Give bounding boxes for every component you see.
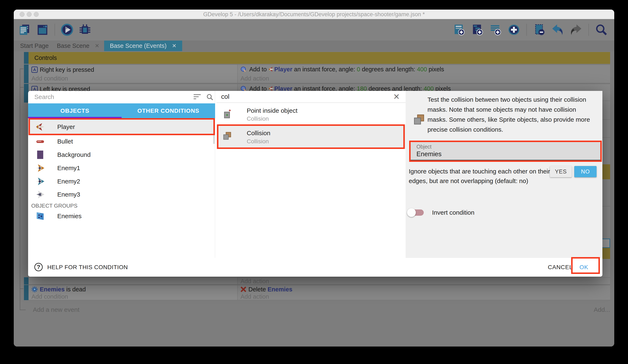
tab-label: Start Page (20, 42, 49, 49)
conditions-cell[interactable]: Enemies is dead Add condition (28, 285, 237, 300)
undo-icon[interactable] (551, 23, 564, 36)
clear-search-icon[interactable]: ✕ (393, 92, 400, 101)
search-events-icon[interactable] (595, 23, 608, 36)
add-comment-icon[interactable] (489, 23, 502, 36)
actions-cell[interactable]: Add action (237, 277, 610, 284)
close-tab-icon[interactable]: ✕ (172, 43, 177, 49)
tab-base-scene-events[interactable]: Base Scene (Events) ✕ (104, 41, 182, 51)
add-action-link[interactable]: Add action (240, 75, 269, 82)
group-row-enemies[interactable]: Enemies (28, 209, 215, 223)
event-row-enemies-dead: Enemies is dead Add condition Delete Ene… (28, 285, 610, 300)
collision-icon-large (413, 113, 426, 127)
conditions-cell[interactable] (28, 277, 237, 284)
add-new-icon[interactable] (507, 23, 521, 36)
object-row-enemy3[interactable]: Enemy3 (28, 188, 215, 201)
condition-text[interactable]: Enemies is dead (40, 286, 86, 293)
action-text[interactable]: Delete Enemies (248, 286, 292, 293)
tab-label: Base Scene (57, 42, 89, 49)
add-more-link[interactable]: Add... (594, 306, 610, 313)
action-text[interactable]: Add to Player an instant force, angle: 0… (249, 66, 444, 73)
add-condition-link[interactable]: Add condition (31, 293, 68, 300)
help-icon[interactable]: ? (34, 263, 43, 271)
keyboard-key-icon: A (31, 66, 38, 73)
add-condition-link[interactable]: Add condition (31, 75, 68, 82)
object-groups-header: OBJECT GROUPS (31, 203, 78, 209)
enemy3-ship-icon (36, 190, 45, 199)
condition-description: Test the collision between two objects u… (427, 95, 597, 135)
object-row-enemy1[interactable]: Enemy1 (28, 161, 215, 175)
object-row-background[interactable]: Background (28, 148, 215, 161)
event-tree-stub (20, 69, 23, 69)
object-name: Bullet (57, 138, 73, 145)
condition-chooser-panel: col ✕ Point inside object Collision Coll… (217, 91, 406, 258)
tab-other-conditions[interactable]: OTHER CONDITIONS (122, 103, 215, 118)
object-search-input[interactable]: Search (34, 93, 54, 101)
add-action-link[interactable]: Add action (240, 293, 269, 300)
force-action-icon (240, 66, 247, 73)
event-bar[interactable] (24, 277, 28, 285)
event-bar[interactable] (24, 64, 28, 83)
add-sub-event-icon[interactable] (471, 23, 484, 36)
object-name: Enemy1 (57, 165, 80, 172)
event-bar[interactable] (24, 84, 28, 103)
debug-icon[interactable] (78, 23, 92, 36)
event-row-right-key: A Right key is pressed Add condition Add… (28, 64, 610, 83)
object-row-enemy2[interactable]: Enemy2 (28, 175, 215, 188)
event-tree-stub (20, 87, 23, 88)
gdevelop-window: GDevelop 5 - /Users/dkarakay/Documents/G… (14, 9, 614, 347)
add-new-event-link[interactable]: Add a new event (33, 306, 79, 313)
filter-icon[interactable] (194, 94, 201, 101)
actions-cell[interactable]: Add to Player an instant force, angle: 0… (237, 65, 610, 83)
comment-event-controls[interactable]: Controls (28, 52, 610, 64)
tab-objects[interactable]: OBJECTS (28, 103, 122, 118)
enemy2-ship-icon (36, 177, 45, 186)
scene-editor-icon[interactable] (36, 23, 49, 36)
add-action-link[interactable]: Add action (240, 278, 269, 285)
object-search-row[interactable]: Search (28, 91, 215, 103)
condition-text[interactable]: Right key is pressed (40, 66, 94, 73)
add-event-icon[interactable] (452, 23, 466, 36)
object-chooser-panel: Search OBJECTS OTHER CONDITIONS Pl (28, 91, 215, 258)
annotation-box-collision (217, 124, 405, 149)
condition-editor-dialog: Search OBJECTS OTHER CONDITIONS Pl (28, 91, 602, 277)
help-link[interactable]: HELP FOR THIS CONDITION (47, 264, 128, 271)
toolbar-separator (526, 24, 527, 36)
close-tab-icon[interactable]: ✕ (95, 43, 99, 49)
redo-icon[interactable] (569, 23, 583, 36)
play-preview-icon[interactable] (60, 23, 74, 36)
condition-search-row[interactable]: col ✕ (217, 91, 406, 103)
tab-start-page[interactable]: Start Page (17, 41, 52, 51)
delete-event-icon[interactable] (533, 23, 546, 36)
project-manager-icon[interactable] (18, 23, 31, 36)
event-row-partial: Add action (28, 277, 610, 285)
point-inside-object-icon (223, 109, 232, 119)
search-icon (206, 93, 214, 102)
delete-x-icon (240, 286, 246, 292)
object-name: Background (57, 151, 90, 158)
event-bar[interactable] (24, 285, 28, 300)
event-bar[interactable] (24, 52, 28, 64)
enemy1-ship-icon (36, 164, 45, 173)
invert-toggle-knob[interactable] (407, 208, 416, 217)
event-tree-stub (20, 289, 23, 289)
annotation-box-player (28, 118, 215, 135)
ignore-edges-question: Ignore objects that are touching each ot… (409, 167, 552, 186)
editor-tabbar: Start Page Base Scene ✕ Base Scene (Even… (14, 41, 614, 51)
no-button[interactable]: NO (574, 166, 597, 177)
object-row-bullet[interactable]: Bullet (28, 135, 215, 148)
bullet-icon (36, 137, 45, 146)
enemies-group-icon (36, 212, 45, 221)
toolbar-separator (55, 24, 55, 36)
result-row-point-inside[interactable]: Point inside object Collision (217, 105, 406, 124)
yes-button[interactable]: YES (550, 166, 572, 177)
conditions-cell[interactable]: A Right key is pressed Add condition (28, 65, 237, 83)
annotation-box-ok (571, 257, 600, 274)
condition-search-input[interactable]: col (221, 93, 230, 101)
screenshot-stage: GDevelop 5 - /Users/dkarakay/Documents/G… (0, 0, 628, 364)
group-name: Enemies (57, 213, 82, 220)
actions-cell[interactable]: Delete Enemies Add action (237, 285, 610, 300)
invert-condition-label: Invert condition (432, 209, 474, 217)
tab-base-scene[interactable]: Base Scene ✕ (52, 41, 104, 51)
cancel-button[interactable]: CANCEL (548, 264, 573, 271)
chooser-tabs: OBJECTS OTHER CONDITIONS (28, 103, 215, 118)
